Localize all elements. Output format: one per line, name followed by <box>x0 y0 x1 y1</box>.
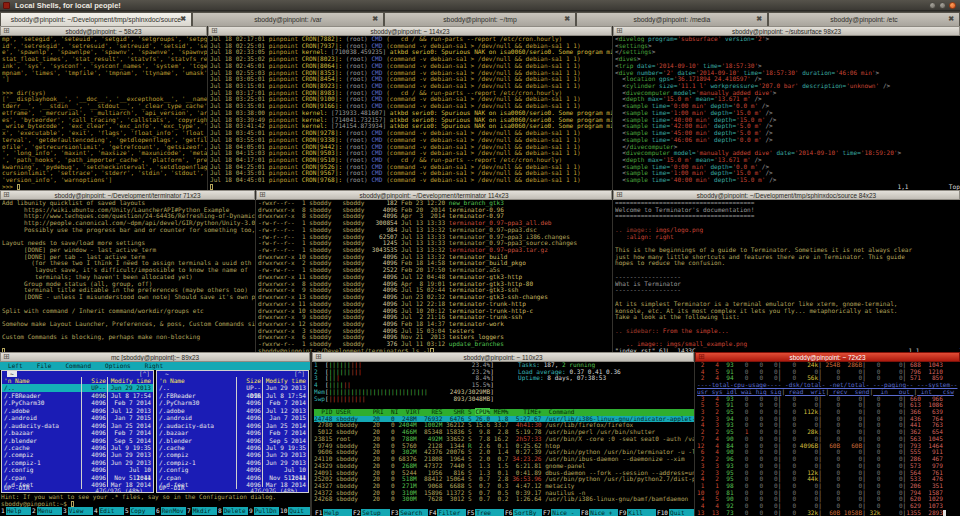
fkey-tree[interactable]: F5Tree <box>466 509 504 516</box>
mc-command-prompt[interactable]: sboddy@pinpoint:~$ <box>0 500 310 507</box>
mc-file-row[interactable]: /.cpan4096Nov 5 2014 <box>2 474 153 481</box>
fkey-edit[interactable]: 4Edit <box>93 507 124 515</box>
pane-titlebar[interactable]: ⊞sboddy@pinpoint: ~ 58x23 <box>0 26 207 36</box>
fkey-renmov[interactable]: 6RenMov <box>155 507 186 515</box>
mc-menu-options[interactable]: Options <box>105 362 131 370</box>
terminal-ls[interactable]: -rwxr--r-- 1 sboddy sboddy 182 Feb 23 12… <box>258 200 612 352</box>
fkey-nice-[interactable]: F7Nice - <box>542 509 580 516</box>
mc-file-row[interactable]: /.audacity-data4096Jan 25 2014 <box>157 422 308 429</box>
pane-syslog[interactable]: ⊞sboddy@pinpoint: ~ 114x23 Jul 18 02:17:… <box>208 26 612 190</box>
pane-titlebar[interactable]: ⊞sboddy@pinpoint: ~/Development/terminat… <box>0 190 255 200</box>
terminal-syslog[interactable]: Jul 18 02:17:01 pinpoint CRON[7882]: (ro… <box>210 36 612 190</box>
terminal-line: </settings> <box>615 49 960 56</box>
tab-close-icon[interactable]: ✖ <box>564 15 570 23</box>
mc-file-row[interactable]: /.PyCharm304096Feb 7 2014 <box>157 399 308 406</box>
fkey-pulldn[interactable]: 9PullDn <box>248 507 279 515</box>
mc-file-row[interactable]: /.config4096Jul 10 11:41 <box>157 466 308 473</box>
tab-close-icon[interactable]: ✖ <box>756 15 762 23</box>
mc-file-row[interactable]: /.compiz4096Jun 29 2013 <box>157 451 308 458</box>
mc-header-row: 'n NameSizeModify time <box>2 377 153 384</box>
mc-file-row[interactable]: /.cache4096Jul 9 19:35 <box>157 444 308 451</box>
pane-midnight-commander[interactable]: ⊞mc [sboddy@pinpoint]:~ 89x23 LeftFileCo… <box>0 352 310 516</box>
minimize-button[interactable] <box>929 2 936 9</box>
mc-right-panel[interactable]: ~[^]'n NameSizeModify time/..UP--DIRJun … <box>156 370 309 493</box>
maximize-button[interactable] <box>939 2 946 9</box>
mc-file-row[interactable]: /.cpan4096Nov 5 2014 <box>157 474 308 481</box>
mc-file-row[interactable]: /.compiz-14096Jun 29 2013 <box>157 459 308 466</box>
fkey-help[interactable]: F1Help <box>314 509 352 516</box>
mc-left-panel[interactable]: ~[^]'n NameSizeModify time/..UP--DIRJun … <box>1 370 154 493</box>
mc-file-row[interactable]: /..UP--DIRJun 29 2013 <box>2 384 153 391</box>
mc-menu-file[interactable]: File <box>37 362 52 370</box>
fkey-nice+[interactable]: F8Nice + <box>580 509 618 516</box>
pane-titlebar[interactable]: ⊞sboddy@pinpoint: ~/Development/terminat… <box>256 190 612 200</box>
fkey-search[interactable]: F3Search <box>390 509 428 516</box>
terminal-dstat[interactable]: 2 4 93 0 0 0| 0 24k| 254B 286B| 0 0| 688… <box>697 362 960 516</box>
mc-file-row[interactable]: /..UP--DIRJun 29 2013 <box>157 384 308 391</box>
mc-file-row[interactable]: /.bazaar4096Feb 7 2014 <box>2 429 153 436</box>
mc-file-row[interactable]: /.FBReader4096Jul 8 17:54 <box>157 392 308 399</box>
fkey-sortby[interactable]: F6SortBy <box>504 509 542 516</box>
pane-todo-notes[interactable]: ⊞sboddy@pinpoint: ~/Development/terminat… <box>0 190 255 352</box>
pane-titlebar[interactable]: ⊞sboddy@pinpoint: ~/Development/tmp/sphi… <box>613 190 960 200</box>
fkey-view[interactable]: 3View <box>62 507 93 515</box>
mc-file-row[interactable]: /.android4096Jan 7 2015 <box>2 414 153 421</box>
pane-rst-vim[interactable]: ⊞sboddy@pinpoint: ~/Development/tmp/sphi… <box>613 190 960 352</box>
window-titlebar[interactable]: Local Shells, for local people! <box>0 0 960 11</box>
tab-1[interactable]: sboddy@pinpoint: /var✖ <box>192 12 384 26</box>
pane-python-repl[interactable]: ⊞sboddy@pinpoint: ~ 58x23 mp', 'setegid'… <box>0 26 207 190</box>
pane-dstat-focused[interactable]: ⊞sboddy@pinpoint: ~ 72x23 2 4 93 0 0 0| … <box>695 352 960 516</box>
terminal-line[interactable]: 24268 sboddy 20 0 300M 7628 3012 S 0.7 0… <box>314 496 694 503</box>
terminal-python[interactable]: mp', 'setegid', 'seteuid', 'setgid', 'se… <box>2 36 207 190</box>
mc-panel-corner: [^] <box>294 370 305 377</box>
terminal-xml[interactable]: <divelog program='subsurface' version='2… <box>615 36 960 190</box>
mc-menu-right[interactable]: Right <box>145 362 163 370</box>
fkey-setup[interactable]: F2Setup <box>352 509 390 516</box>
htop-sort-column[interactable]: CPU% <box>475 408 490 415</box>
pane-titlebar[interactable]: ⊞mc [sboddy@pinpoint]:~ 89x23 <box>0 352 310 362</box>
mc-menu-command[interactable]: Command <box>65 362 91 370</box>
mc-file-row[interactable]: /.blender4096Sep 5 2014 <box>2 437 153 444</box>
mc-file-row[interactable]: /.audacity-data4096Jan 25 2014 <box>2 422 153 429</box>
fkey-quit[interactable]: 10Quit <box>279 507 310 515</box>
mc-file-row[interactable]: /.bazaar4096Feb 7 2014 <box>157 429 308 436</box>
tab-3[interactable]: sboddy@pinpoint: /media✖ <box>576 12 768 26</box>
fkey-menu[interactable]: 2Menu <box>31 507 62 515</box>
fkey-help[interactable]: 1Help <box>0 507 31 515</box>
mc-file-row[interactable]: /.compiz4096Jun 29 2013 <box>2 451 153 458</box>
mc-file-row[interactable]: /.compiz-14096Jun 29 2013 <box>2 459 153 466</box>
pane-xml-vim[interactable]: ⊞sboddy@pinpoint: ~/subsurface 98x23 <di… <box>613 26 960 190</box>
terminal-rst[interactable]: ======================================We… <box>615 200 960 352</box>
fkey-quit[interactable]: F10Quit <box>656 509 694 516</box>
mc-menu-left[interactable]: Left <box>8 362 23 370</box>
mc-file-row[interactable]: /.config4096Jul 10 11:41 <box>2 466 153 473</box>
mc-file-row[interactable]: /.cache4096Jul 9 19:35 <box>2 444 153 451</box>
mc-file-row[interactable]: /.blender4096Sep 5 2014 <box>157 437 308 444</box>
mc-file-row[interactable]: /.android4096Jan 7 2015 <box>157 414 308 421</box>
fkey-kill[interactable]: F9Kill <box>618 509 656 516</box>
pane-titlebar[interactable]: ⊞sboddy@pinpoint: ~ 114x23 <box>208 26 612 36</box>
tab-close-icon[interactable]: ✖ <box>948 15 954 23</box>
fkey-delete[interactable]: 8Delete <box>217 507 248 515</box>
pane-ls-listing[interactable]: ⊞sboddy@pinpoint: ~/Development/terminat… <box>256 190 612 352</box>
tab-2[interactable]: sboddy@pinpoint: ~/tmp✖ <box>384 12 576 26</box>
terminal-notes[interactable]: Add libunity quicklist of saved layouts … <box>2 200 255 352</box>
terminal-mc[interactable]: LeftFileCommandOptionsRight~[^]'n NameSi… <box>0 362 310 516</box>
pane-titlebar-focused[interactable]: ⊞sboddy@pinpoint: ~ 72x23 <box>695 352 960 362</box>
mc-file-row[interactable]: /.PyCharm304096Feb 7 2014 <box>2 399 153 406</box>
fkey-copy[interactable]: 5Copy <box>124 507 155 515</box>
tab-close-icon[interactable]: ✖ <box>180 15 186 23</box>
mc-file-row[interactable]: /.adobe4096Jul 12 2013 <box>2 407 153 414</box>
tab-0[interactable]: sboddy@pinpoint: ~/Development/tmp/sphin… <box>0 12 192 26</box>
terminal-htop[interactable]: 1 [||||||||| 23.4%]2 [||||||||| 23.2%]3 … <box>314 362 694 516</box>
pane-titlebar[interactable]: ⊞sboddy@pinpoint: ~ 110x23 <box>312 352 694 362</box>
fkey-mkdir[interactable]: 7Mkdir <box>186 507 217 515</box>
mc-file-row[interactable]: /.adobe4096Jul 12 2013 <box>157 407 308 414</box>
mc-file-row[interactable]: /.FBReader4096Jul 8 17:54 <box>2 392 153 399</box>
pane-titlebar[interactable]: ⊞sboddy@pinpoint: ~/subsurface 98x23 <box>613 26 960 36</box>
tab-close-icon[interactable]: ✖ <box>372 15 378 23</box>
tab-4[interactable]: sboddy@pinpoint: /etc✖ <box>768 12 960 26</box>
fkey-filter[interactable]: F4Filter <box>428 509 466 516</box>
close-button[interactable] <box>949 2 956 9</box>
pane-htop[interactable]: ⊞sboddy@pinpoint: ~ 110x23 1 [||||||||| … <box>312 352 694 516</box>
